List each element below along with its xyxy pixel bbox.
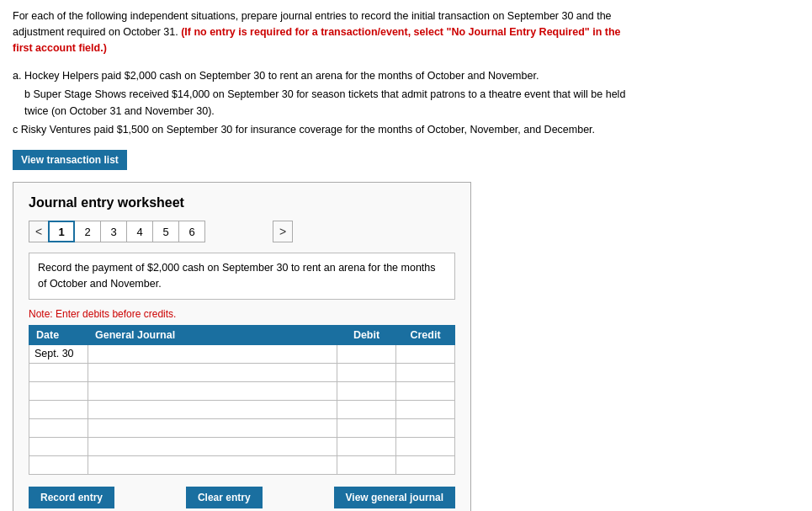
tab-4[interactable]: 4	[126, 221, 153, 242]
row2-debit[interactable]	[337, 363, 396, 381]
instructions-block: For each of the following independent si…	[13, 8, 635, 56]
table-row	[29, 381, 455, 400]
worksheet-title: Journal entry worksheet	[29, 195, 455, 210]
col-header-debit: Debit	[337, 325, 396, 344]
row2-journal[interactable]	[88, 363, 337, 381]
col-header-date: Date	[29, 325, 88, 344]
tab-6[interactable]: 6	[178, 221, 205, 242]
row1-debit[interactable]	[337, 344, 396, 363]
tab-navigation: < 1 2 3 4 5 6 >	[29, 221, 455, 242]
row5-date	[29, 418, 88, 437]
view-transaction-button[interactable]: View transaction list	[13, 150, 127, 170]
clear-entry-button[interactable]: Clear entry	[186, 487, 263, 508]
table-row	[29, 363, 455, 381]
scenario-c-label: c	[13, 124, 21, 136]
row3-journal-input[interactable]	[93, 385, 332, 397]
button-row: Record entry Clear entry View general jo…	[29, 487, 455, 508]
row3-debit-input[interactable]	[342, 385, 390, 397]
scenario-c: c Risky Ventures paid $1,500 on Septembe…	[13, 121, 635, 138]
scenario-a: a. Hockey Helpers paid $2,000 cash on Se…	[13, 67, 635, 84]
table-row	[29, 418, 455, 437]
scenario-c-text: Risky Ventures paid $1,500 on September …	[21, 124, 595, 136]
row3-credit-input[interactable]	[401, 385, 449, 397]
worksheet-container: Journal entry worksheet < 1 2 3 4 5 6 > …	[13, 182, 471, 511]
row1-journal[interactable]	[88, 344, 337, 363]
row4-date	[29, 400, 88, 418]
row3-date	[29, 381, 88, 400]
record-entry-button[interactable]: Record entry	[29, 487, 114, 508]
row1-debit-input[interactable]	[342, 348, 390, 359]
scenario-b-text: Super Stage Shows received $14,000 on Se…	[24, 88, 625, 117]
row4-credit-input[interactable]	[401, 403, 449, 415]
row1-journal-input[interactable]	[93, 348, 332, 359]
scenario-list: a. Hockey Helpers paid $2,000 cash on Se…	[13, 67, 635, 138]
row4-journal-input[interactable]	[93, 403, 332, 415]
row7-journal-input[interactable]	[93, 459, 332, 471]
scenario-b: b Super Stage Shows received $14,000 on …	[24, 86, 635, 120]
table-row	[29, 400, 455, 418]
row1-credit-input[interactable]	[401, 348, 449, 359]
row2-credit-input[interactable]	[401, 366, 449, 378]
row3-debit[interactable]	[337, 381, 396, 400]
note-text: Note: Enter debits before credits.	[29, 308, 455, 320]
row5-debit[interactable]	[337, 418, 396, 437]
col-header-credit: Credit	[396, 325, 455, 344]
col-header-general-journal: General Journal	[88, 325, 337, 344]
row4-journal[interactable]	[88, 400, 337, 418]
row7-journal[interactable]	[88, 455, 337, 474]
row7-debit-input[interactable]	[342, 459, 390, 471]
row3-journal[interactable]	[88, 381, 337, 400]
row6-journal-input[interactable]	[93, 440, 332, 452]
table-row: Sept. 30	[29, 344, 455, 363]
row1-date: Sept. 30	[29, 344, 88, 363]
row7-credit-input[interactable]	[401, 459, 449, 471]
row2-credit[interactable]	[396, 363, 455, 381]
tab-5[interactable]: 5	[152, 221, 179, 242]
row2-journal-input[interactable]	[93, 366, 332, 378]
table-row	[29, 437, 455, 455]
view-general-journal-button[interactable]: View general journal	[334, 487, 455, 508]
row7-date	[29, 455, 88, 474]
row2-debit-input[interactable]	[342, 366, 390, 378]
row5-journal-input[interactable]	[93, 422, 332, 434]
tab-next-arrow[interactable]: >	[273, 221, 293, 242]
journal-table: Date General Journal Debit Credit Sept. …	[29, 325, 455, 475]
row5-credit[interactable]	[396, 418, 455, 437]
row6-debit[interactable]	[337, 437, 396, 455]
row5-debit-input[interactable]	[342, 422, 390, 434]
transaction-description: Record the payment of $2,000 cash on Sep…	[29, 253, 455, 300]
row4-credit[interactable]	[396, 400, 455, 418]
row5-journal[interactable]	[88, 418, 337, 437]
row7-debit[interactable]	[337, 455, 396, 474]
row6-credit[interactable]	[396, 437, 455, 455]
row4-debit[interactable]	[337, 400, 396, 418]
tab-3[interactable]: 3	[100, 221, 127, 242]
tab-prev-arrow[interactable]: <	[29, 221, 49, 242]
row4-debit-input[interactable]	[342, 403, 390, 415]
scenario-a-text: Hockey Helpers paid $2,000 cash on Septe…	[24, 70, 539, 82]
row1-credit[interactable]	[396, 344, 455, 363]
row6-journal[interactable]	[88, 437, 337, 455]
row3-credit[interactable]	[396, 381, 455, 400]
row2-date	[29, 363, 88, 381]
scenario-b-label: b	[24, 88, 33, 100]
row6-date	[29, 437, 88, 455]
row6-credit-input[interactable]	[401, 440, 449, 452]
table-row	[29, 455, 455, 474]
tab-2[interactable]: 2	[74, 221, 101, 242]
row7-credit[interactable]	[396, 455, 455, 474]
scenario-a-label: a.	[13, 70, 24, 82]
row5-credit-input[interactable]	[401, 422, 449, 434]
row6-debit-input[interactable]	[342, 440, 390, 452]
tab-1[interactable]: 1	[48, 221, 75, 242]
